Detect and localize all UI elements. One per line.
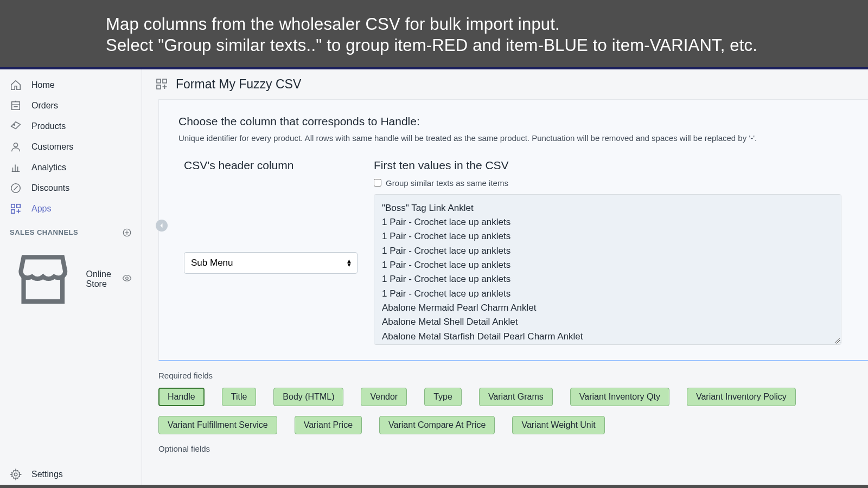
- svg-rect-5: [11, 209, 15, 213]
- sidebar-item-label: Settings: [31, 470, 63, 479]
- sidebar-item-apps[interactable]: Apps: [0, 198, 142, 219]
- mapping-panel: Choose the column that corresponds to Ha…: [158, 99, 868, 361]
- values-preview-box[interactable]: "Boss" Tag Link Anklet1 Pair - Crochet l…: [374, 194, 841, 345]
- settings-icon: [10, 468, 22, 480]
- field-pill-variant-inventory-qty[interactable]: Variant Inventory Qty: [570, 388, 669, 406]
- sidebar-item-products[interactable]: Products: [0, 116, 142, 137]
- value-row: Abalone Mermaid Pearl Charm Anklet: [382, 301, 833, 315]
- customers-icon: [10, 141, 22, 153]
- value-row: 1 Pair - Crochet lace up anklets: [382, 229, 833, 243]
- discounts-icon: [10, 182, 22, 194]
- section-label-text: SALES CHANNELS: [10, 228, 78, 236]
- svg-rect-10: [163, 79, 167, 83]
- sidebar-item-label: Orders: [31, 101, 58, 111]
- sidebar-item-customers[interactable]: Customers: [0, 137, 142, 157]
- field-pill-title[interactable]: Title: [222, 388, 257, 406]
- field-pill-variant-price[interactable]: Variant Price: [295, 416, 362, 434]
- sidebar-item-label: Customers: [31, 142, 73, 152]
- svg-point-8: [14, 473, 17, 476]
- svg-rect-3: [11, 204, 15, 207]
- sidebar-item-home[interactable]: Home: [0, 75, 142, 95]
- sidebar-item-label: Apps: [31, 204, 51, 214]
- required-label: Required fields: [158, 371, 868, 380]
- orders-icon: [10, 100, 22, 112]
- optional-label: Optional fields: [158, 444, 868, 453]
- left-col-title: CSV's header column: [184, 159, 358, 172]
- page-header: Format My Fuzzy CSV: [142, 69, 868, 99]
- banner-line-2: Select "Group similar texts.." to group …: [106, 35, 868, 56]
- analytics-icon: [10, 162, 22, 174]
- visibility-icon[interactable]: [122, 273, 132, 285]
- sidebar-channel-online-store[interactable]: Online Store: [0, 242, 142, 317]
- svg-point-1: [14, 143, 17, 146]
- sidebar-item-label: Analytics: [31, 163, 66, 172]
- sidebar-item-analytics[interactable]: Analytics: [0, 157, 142, 178]
- sidebar-item-label: Home: [31, 80, 55, 90]
- apps-icon: [10, 203, 22, 215]
- group-similar-label: Group similar texts as same items: [386, 178, 508, 188]
- value-row: "Boss" Tag Link Anklet: [382, 201, 833, 215]
- svg-rect-9: [157, 79, 161, 83]
- svg-rect-11: [157, 85, 161, 89]
- sidebar-item-orders[interactable]: Orders: [0, 95, 142, 116]
- value-row: 1 Pair - Crochet lace up anklets: [382, 215, 833, 229]
- sidebar-item-label: Products: [31, 121, 66, 131]
- svg-rect-4: [17, 204, 20, 207]
- sidebar-item-label: Discounts: [31, 183, 69, 193]
- instruction-banner: Map columns from the wholesaler CSV for …: [0, 0, 868, 67]
- panel-title: Choose the column that corresponds to Ha…: [178, 115, 868, 128]
- field-pill-body-html-[interactable]: Body (HTML): [273, 388, 343, 406]
- required-fields-section: Required fields HandleTitleBody (HTML)Ve…: [142, 361, 868, 461]
- app-icon: [155, 78, 168, 91]
- header-column-section: CSV's header column Sub Menu ▲▼: [184, 159, 358, 274]
- sidebar-item-settings[interactable]: Settings: [0, 464, 142, 485]
- field-pill-variant-weight-unit[interactable]: Variant Weight Unit: [512, 416, 604, 434]
- required-pills-row: HandleTitleBody (HTML)VendorTypeVariant …: [158, 388, 868, 434]
- field-pill-variant-compare-at-price[interactable]: Variant Compare At Price: [379, 416, 495, 434]
- value-row: 1 Pair - Crochet lace up anklets: [382, 258, 833, 272]
- group-similar-checkbox[interactable]: [374, 179, 381, 187]
- field-pill-variant-grams[interactable]: Variant Grams: [479, 388, 553, 406]
- app-frame: Home Orders Products Customers Analytics…: [0, 67, 868, 485]
- add-channel-icon[interactable]: [122, 228, 132, 237]
- right-col-title: First ten values in the CSV: [374, 159, 859, 172]
- main-content: Format My Fuzzy CSV Choose the column th…: [142, 69, 868, 485]
- page-title: Format My Fuzzy CSV: [176, 77, 301, 92]
- back-button[interactable]: [156, 220, 168, 232]
- sales-channels-header: SALES CHANNELS: [0, 219, 142, 242]
- banner-line-1: Map columns from the wholesaler CSV for …: [106, 14, 868, 35]
- panel-subtitle: Unique identifier for every product. All…: [178, 133, 868, 143]
- channel-label: Online Store: [86, 269, 112, 289]
- value-row: 1 Pair - Crochet lace up anklets: [382, 244, 833, 258]
- field-pill-variant-fulfillment-service[interactable]: Variant Fulfillment Service: [158, 416, 277, 434]
- field-pill-variant-inventory-policy[interactable]: Variant Inventory Policy: [687, 388, 796, 406]
- sidebar: Home Orders Products Customers Analytics…: [0, 69, 142, 485]
- header-column-select[interactable]: Sub Menu: [184, 252, 358, 274]
- value-row: Abalone Metal Shell Detail Anklet: [382, 315, 833, 329]
- svg-point-7: [126, 277, 129, 280]
- field-pill-type[interactable]: Type: [424, 388, 462, 406]
- values-section: First ten values in the CSV Group simila…: [374, 159, 868, 345]
- store-icon: [10, 246, 76, 313]
- value-row: Abalone Metal Starfish Detail Pearl Char…: [382, 330, 833, 344]
- sidebar-item-discounts[interactable]: Discounts: [0, 178, 142, 198]
- svg-point-0: [14, 124, 15, 125]
- home-icon: [10, 79, 22, 91]
- field-pill-handle[interactable]: Handle: [158, 388, 205, 406]
- products-icon: [10, 120, 22, 132]
- value-row: 1 Pair - Crochet lace up anklets: [382, 287, 833, 301]
- field-pill-vendor[interactable]: Vendor: [361, 388, 407, 406]
- chevron-left-icon: [158, 222, 165, 229]
- value-row: 1 Pair - Crochet lace up anklets: [382, 272, 833, 286]
